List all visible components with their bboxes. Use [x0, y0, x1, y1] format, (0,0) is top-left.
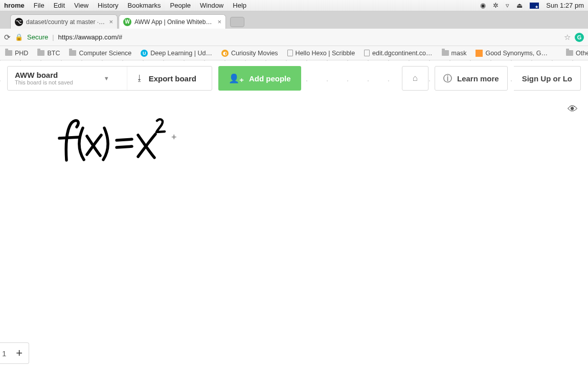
reload-icon[interactable]: ⟳	[4, 33, 11, 42]
menu-view[interactable]: View	[74, 2, 88, 9]
screen-record-icon[interactable]: ◉	[480, 2, 486, 9]
aww-icon: W	[123, 18, 131, 26]
bookmark-star-icon[interactable]: ☆	[564, 33, 571, 42]
board-subtitle: This board is not saved	[15, 79, 73, 86]
wifi-icon[interactable]: ▿	[506, 2, 509, 9]
curiosity-icon: ◐	[221, 50, 229, 57]
handwriting-formula	[56, 117, 174, 173]
tab-title: AWW App | Online Whiteboard	[134, 18, 214, 26]
wechat-icon[interactable]: ✲	[493, 2, 499, 9]
bookmark-cs[interactable]: Computer Science	[69, 50, 131, 57]
menu-window[interactable]: Window	[200, 2, 223, 9]
separator: |	[52, 33, 54, 41]
menu-edit[interactable]: Edit	[54, 2, 65, 9]
view-eye-icon[interactable]: 👁	[568, 103, 578, 115]
info-icon: ⓘ	[443, 73, 452, 84]
page-icon	[287, 50, 293, 56]
home-icon: ⌂	[413, 73, 418, 83]
eject-icon[interactable]: ⏏	[516, 2, 523, 9]
url-text[interactable]: https://awwapp.com/#	[58, 33, 123, 41]
menu-bookmarks[interactable]: Bookmarks	[128, 2, 161, 9]
lock-icon[interactable]: 🔒	[15, 33, 23, 41]
crosshair-cursor-icon: +	[171, 132, 177, 143]
new-tab-button[interactable]	[230, 17, 244, 27]
whiteboard-canvas[interactable]: + 👁 1 +	[0, 96, 588, 368]
udacity-icon: U	[141, 50, 148, 57]
bookmark-synonyms[interactable]: Good Synonyms, G…	[476, 50, 548, 57]
menu-help[interactable]: Help	[233, 2, 246, 9]
menu-file[interactable]: File	[34, 2, 44, 9]
folder-icon	[566, 50, 573, 56]
export-board-button[interactable]: ⭳ Export board	[127, 67, 205, 90]
tab-github[interactable]: ⌥ dataset/country at master · tpo ×	[10, 14, 118, 29]
menu-app-name[interactable]: hrome	[4, 2, 25, 9]
download-icon: ⭳	[135, 74, 144, 83]
mac-menu-bar: hrome File Edit View History Bookmarks P…	[0, 0, 588, 11]
bookmark-phd[interactable]: PHD	[5, 50, 28, 57]
tab-aww[interactable]: W AWW App | Online Whiteboard ×	[119, 14, 226, 29]
menu-people[interactable]: People	[170, 2, 191, 9]
zoom-in-button[interactable]: +	[9, 347, 29, 360]
tab-title: dataset/country at master · tpo	[26, 18, 106, 26]
bookmark-btc[interactable]: BTC	[37, 50, 60, 57]
folder-icon	[5, 50, 12, 56]
app-toolbar: AWW board This board is not saved ▼ ⭳ Ex…	[0, 60, 588, 96]
menu-history[interactable]: History	[98, 2, 118, 9]
zoom-value[interactable]: 1	[0, 349, 9, 358]
grammarly-icon[interactable]: G	[575, 33, 584, 42]
zoom-control: 1 +	[0, 342, 29, 364]
menu-clock[interactable]: Sun 1:27 pm	[546, 2, 584, 9]
bookmark-dgcontinent[interactable]: edit.dgcontinent.co…	[364, 50, 432, 57]
flag-icon[interactable]	[530, 3, 539, 9]
folder-icon	[37, 50, 44, 56]
address-bar: ⟳ 🔒 Secure | https://awwapp.com/# ☆ G	[0, 29, 588, 46]
synonyms-icon	[476, 50, 483, 57]
add-people-button[interactable]: 👤₊ Add people	[218, 66, 301, 91]
learn-more-button[interactable]: ⓘ Learn more	[435, 66, 508, 91]
page-icon	[364, 50, 370, 56]
folder-icon	[442, 50, 449, 56]
bookmark-deep-learning[interactable]: UDeep Learning | Ud…	[141, 50, 212, 57]
home-button[interactable]: ⌂	[402, 66, 428, 91]
github-icon: ⌥	[15, 18, 23, 26]
chevron-down-icon: ▼	[104, 75, 109, 82]
board-box: AWW board This board is not saved ▼ ⭳ Ex…	[7, 66, 212, 91]
bookmark-hexo[interactable]: Hello Hexo | Scribble	[287, 50, 355, 57]
close-tab-icon[interactable]: ×	[109, 18, 113, 26]
board-name-dropdown[interactable]: AWW board This board is not saved ▼	[15, 71, 109, 86]
folder-icon	[69, 50, 76, 56]
board-title: AWW board	[15, 71, 73, 79]
secure-label: Secure	[27, 33, 48, 41]
close-tab-icon[interactable]: ×	[217, 18, 221, 26]
signup-login-button[interactable]: Sign Up or Lo	[514, 66, 581, 91]
person-add-icon: 👤₊	[229, 73, 244, 84]
tab-strip: ⌥ dataset/country at master · tpo × W AW…	[0, 11, 588, 29]
bookmark-bar: PHD BTC Computer Science UDeep Learning …	[0, 46, 588, 60]
bookmark-curiosity[interactable]: ◐Curiosity Movies	[221, 50, 278, 57]
bookmark-other[interactable]: Other B	[566, 50, 588, 57]
bookmark-mask[interactable]: mask	[442, 50, 467, 57]
